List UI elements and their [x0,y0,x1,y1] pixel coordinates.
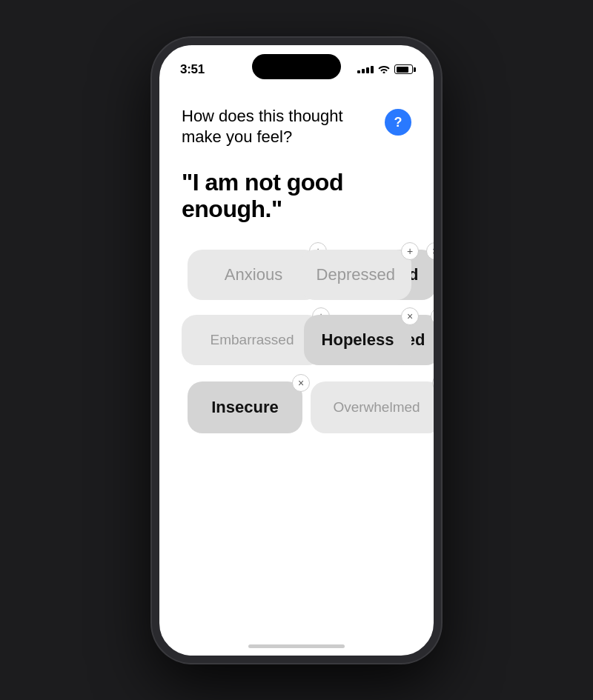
chip-embarrassed[interactable]: Embarrassed + [182,315,322,365]
wifi-icon [378,64,390,76]
chips-area: Anxious + Ashamed × Depressed + Embarras… [182,250,411,472]
help-button[interactable]: ? [385,109,411,136]
chip-insecure-badge[interactable]: × [292,374,310,392]
chip-overwhelmed-badge[interactable]: + [432,374,441,392]
status-time: 3:51 [180,62,205,77]
chip-overwhelmed-label: Overwhelmed [333,399,420,416]
battery-icon [394,64,413,74]
main-content: How does this thought make you feel? ? "… [159,84,434,473]
chip-depressed-label: Depressed [317,265,395,284]
question-text: How does this thought make you feel? [182,106,376,148]
help-button-label: ? [394,116,402,129]
dynamic-island [252,54,341,79]
home-indicator [248,644,345,648]
chip-depressed[interactable]: Depressed + [300,250,411,300]
phone-frame: 3:51 [152,38,441,663]
chip-insecure-label: Insecure [211,398,279,417]
thought-text: "I am not good enough." [182,169,411,224]
chip-ashamed-badge[interactable]: × [426,242,441,260]
chip-hopeless[interactable]: Hopeless × [304,315,411,365]
status-icons [357,64,413,76]
question-row: How does this thought make you feel? ? [182,106,411,148]
chip-overwhelmed[interactable]: Overwhelmed + [311,381,441,433]
chip-anxious-label: Anxious [225,265,282,284]
signal-dots-icon [357,66,374,73]
chip-insecure[interactable]: Insecure × [188,381,302,433]
chip-embarrassed-label: Embarrassed [211,332,294,348]
chip-frustrated-badge[interactable]: × [431,307,441,325]
chip-hopeless-label: Hopeless [322,330,394,350]
